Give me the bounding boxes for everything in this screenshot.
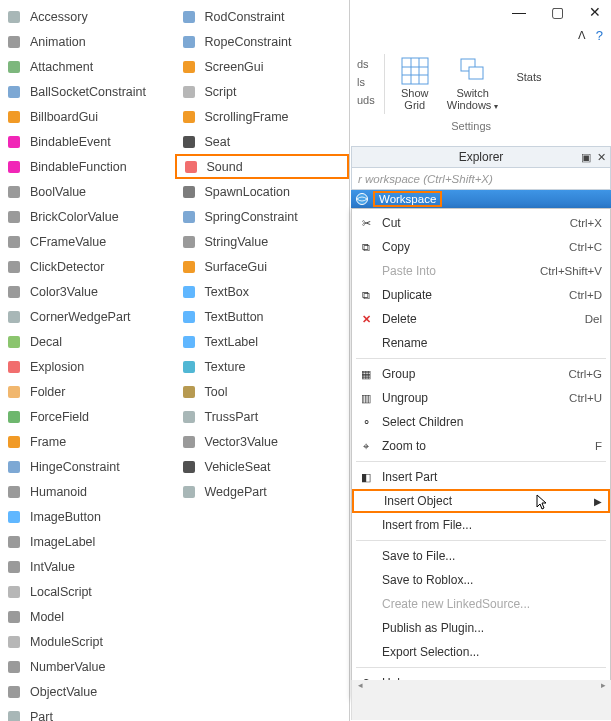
svg-rect-20 <box>8 511 20 523</box>
insert-item-part[interactable]: Part <box>0 704 175 721</box>
insert-item-frame[interactable]: Frame <box>0 429 175 454</box>
menu-item-save-to-roblox-[interactable]: Save to Roblox... <box>352 568 610 592</box>
insert-item-bindablefunction[interactable]: BindableFunction <box>0 154 175 179</box>
insert-item-ropeconstraint[interactable]: RopeConstraint <box>175 29 350 54</box>
insert-item-numbervalue[interactable]: NumberValue <box>0 654 175 679</box>
insert-item-sound[interactable]: Sound <box>175 154 350 179</box>
forcefield-icon <box>6 409 22 425</box>
cornerwedgepart-icon <box>6 309 22 325</box>
insert-item-decal[interactable]: Decal <box>0 329 175 354</box>
menu-item-publish-as-plugin-[interactable]: Publish as Plugin... <box>352 616 610 640</box>
insert-item-stringvalue[interactable]: StringValue <box>175 229 350 254</box>
svg-rect-39 <box>183 211 195 223</box>
insert-item-tool[interactable]: Tool <box>175 379 350 404</box>
insert-item-humanoid[interactable]: Humanoid <box>0 479 175 504</box>
insert-item-scrollingframe[interactable]: ScrollingFrame <box>175 104 350 129</box>
menu-item-copy[interactable]: ⧉CopyCtrl+C <box>352 235 610 259</box>
minimize-button[interactable]: — <box>509 4 529 20</box>
insert-item-intvalue[interactable]: IntValue <box>0 554 175 579</box>
menu-item-cut[interactable]: ✂CutCtrl+X <box>352 211 610 235</box>
zoom-icon: ⌖ <box>356 438 376 454</box>
menu-item-insert-part[interactable]: ◧Insert Part <box>352 465 610 489</box>
insert-item-hingeconstraint[interactable]: HingeConstraint <box>0 454 175 479</box>
insert-item-animation[interactable]: Animation <box>0 29 175 54</box>
insert-item-textbutton[interactable]: TextButton <box>175 304 350 329</box>
insert-item-boolvalue[interactable]: BoolValue <box>0 179 175 204</box>
maximize-button[interactable]: ▢ <box>547 4 567 20</box>
insert-item-textbox[interactable]: TextBox <box>175 279 350 304</box>
menu-item-export-selection-[interactable]: Export Selection... <box>352 640 610 664</box>
insert-item-localscript[interactable]: LocalScript <box>0 579 175 604</box>
insert-item-spawnlocation[interactable]: SpawnLocation <box>175 179 350 204</box>
insert-item-accessory[interactable]: Accessory <box>0 4 175 29</box>
insert-item-cframevalue[interactable]: CFrameValue <box>0 229 175 254</box>
menu-separator <box>356 667 606 668</box>
insert-item-rodconstraint[interactable]: RodConstraint <box>175 4 350 29</box>
insert-item-texture[interactable]: Texture <box>175 354 350 379</box>
show-grid-button[interactable]: Show Grid <box>394 54 436 116</box>
stats-label: Stats <box>516 71 541 83</box>
insert-item-brickcolorvalue[interactable]: BrickColorValue <box>0 204 175 229</box>
explorer-filter-input[interactable]: r workspace (Ctrl+Shift+X) <box>351 168 611 190</box>
explorer-hscroll[interactable]: ◂ ▸ <box>351 680 611 720</box>
menu-item-insert-object[interactable]: Insert Object▶ <box>352 489 610 513</box>
insert-item-vector3value[interactable]: Vector3Value <box>175 429 350 454</box>
insert-item-modulescript[interactable]: ModuleScript <box>0 629 175 654</box>
explorer-undock-icon[interactable]: ▣ <box>581 151 591 164</box>
insert-item-trusspart[interactable]: TrussPart <box>175 404 350 429</box>
insert-item-seat[interactable]: Seat <box>175 129 350 154</box>
surfacegui-icon <box>181 259 197 275</box>
insert-item-label: Explosion <box>30 360 84 374</box>
insert-item-folder[interactable]: Folder <box>0 379 175 404</box>
insert-item-springconstraint[interactable]: SpringConstraint <box>175 204 350 229</box>
menu-item-insert-from-file-[interactable]: Insert from File... <box>352 513 610 537</box>
switch-windows-button[interactable]: Switch Windows ▾ <box>440 54 506 116</box>
menu-item-label: Select Children <box>382 415 602 429</box>
insert-item-color3value[interactable]: Color3Value <box>0 279 175 304</box>
menu-item-zoom-to[interactable]: ⌖Zoom toF <box>352 434 610 458</box>
insert-item-cornerwedgepart[interactable]: CornerWedgePart <box>0 304 175 329</box>
insert-item-explosion[interactable]: Explosion <box>0 354 175 379</box>
insert-item-surfacegui[interactable]: SurfaceGui <box>175 254 350 279</box>
insert-item-imagelabel[interactable]: ImageLabel <box>0 529 175 554</box>
workspace-tree-item[interactable]: Workspace <box>351 190 611 208</box>
ribbon-collapse-icon[interactable]: ᐱ <box>578 29 586 42</box>
insert-item-attachment[interactable]: Attachment <box>0 54 175 79</box>
menu-item-select-children[interactable]: ⚬Select Children <box>352 410 610 434</box>
insert-item-objectvalue[interactable]: ObjectValue <box>0 679 175 704</box>
svg-rect-25 <box>8 636 20 648</box>
insert-item-bindableevent[interactable]: BindableEvent <box>0 129 175 154</box>
insert-item-forcefield[interactable]: ForceField <box>0 404 175 429</box>
menu-item-delete[interactable]: ✕DeleteDel <box>352 307 610 331</box>
decal-icon <box>6 334 22 350</box>
insert-item-label: Accessory <box>30 10 88 24</box>
insert-item-textlabel[interactable]: TextLabel <box>175 329 350 354</box>
insert-item-wedgepart[interactable]: WedgePart <box>175 479 350 504</box>
insert-column-2: RodConstraintRopeConstraintScreenGuiScri… <box>175 0 350 721</box>
insert-item-script[interactable]: Script <box>175 79 350 104</box>
svg-rect-43 <box>183 311 195 323</box>
menu-item-duplicate[interactable]: ⧉DuplicateCtrl+D <box>352 283 610 307</box>
menu-item-ungroup[interactable]: ▥UngroupCtrl+U <box>352 386 610 410</box>
color3value-icon <box>6 284 22 300</box>
insert-item-clickdetector[interactable]: ClickDetector <box>0 254 175 279</box>
insert-item-model[interactable]: Model <box>0 604 175 629</box>
svg-rect-14 <box>8 361 20 373</box>
help-icon[interactable]: ? <box>596 28 603 43</box>
svg-rect-37 <box>185 161 197 173</box>
close-button[interactable]: ✕ <box>585 4 605 20</box>
insert-item-billboardgui[interactable]: BillboardGui <box>0 104 175 129</box>
explorer-close-icon[interactable]: ✕ <box>597 151 606 164</box>
stats-button[interactable]: Stats <box>509 54 548 98</box>
insert-item-imagebutton[interactable]: ImageButton <box>0 504 175 529</box>
menu-item-label: Publish as Plugin... <box>382 621 602 635</box>
folder-icon <box>6 384 22 400</box>
insert-item-ballsocketconstraint[interactable]: BallSocketConstraint <box>0 79 175 104</box>
menu-item-group[interactable]: ▦GroupCtrl+G <box>352 362 610 386</box>
insert-item-label: Vector3Value <box>205 435 278 449</box>
menu-item-save-to-file-[interactable]: Save to File... <box>352 544 610 568</box>
insert-item-screengui[interactable]: ScreenGui <box>175 54 350 79</box>
insert-item-vehicleseat[interactable]: VehicleSeat <box>175 454 350 479</box>
blank-icon <box>356 335 376 351</box>
menu-item-rename[interactable]: Rename <box>352 331 610 355</box>
